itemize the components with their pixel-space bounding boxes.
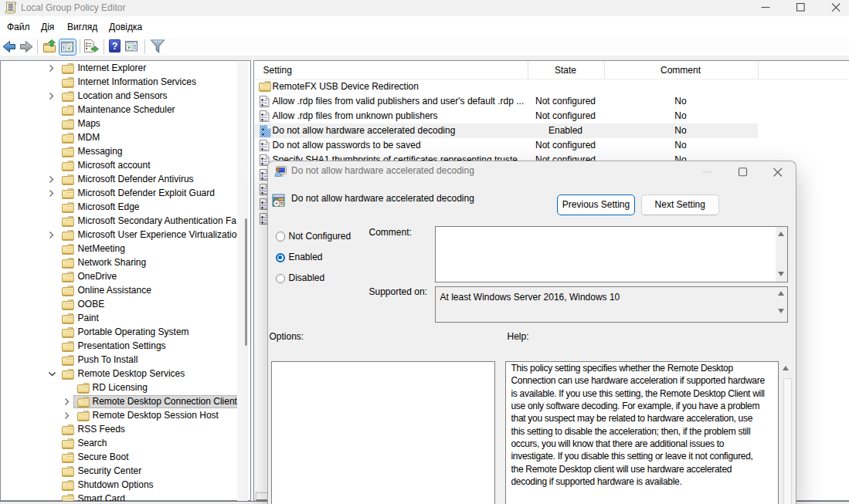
svg-text:?: ?	[112, 41, 118, 52]
